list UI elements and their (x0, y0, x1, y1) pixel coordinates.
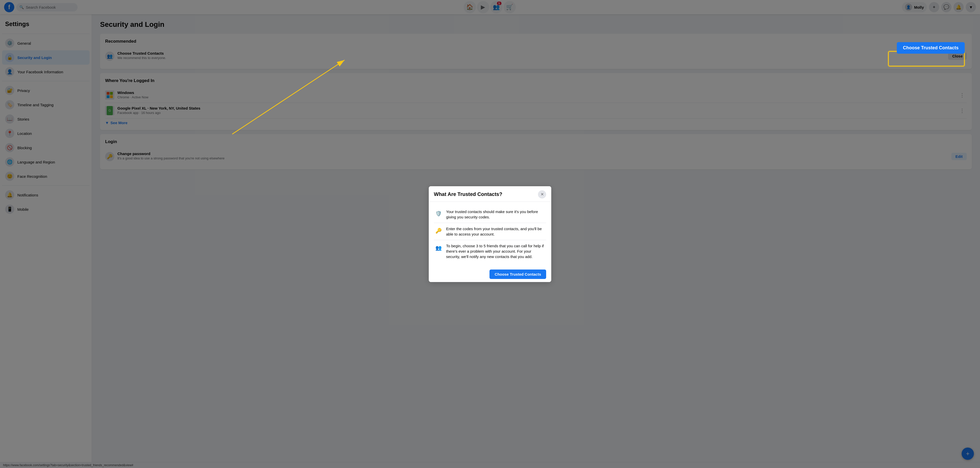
key-icon: 🔑 (434, 226, 443, 235)
choose-trusted-contacts-modal-button[interactable]: Choose Trusted Contacts (490, 270, 546, 279)
modal-item-2: 🔑 Enter the codes from your trusted cont… (434, 223, 546, 240)
modal-item-text-1: Your trusted contacts should make sure i… (446, 209, 546, 220)
modal-item-1: 🛡️ Your trusted contacts should make sur… (434, 206, 546, 223)
modal-item-3: 👥 To begin, choose 3 to 5 friends that y… (434, 240, 546, 262)
modal-item-text-3: To begin, choose 3 to 5 friends that you… (446, 243, 546, 259)
modal-body: 🛡️ Your trusted contacts should make sur… (429, 202, 551, 267)
friends-icon: 👥 (434, 243, 443, 252)
modal-footer: Choose Trusted Contacts (429, 267, 551, 282)
trusted-contacts-modal: What Are Trusted Contacts? ✕ 🛡️ Your tru… (429, 186, 551, 282)
modal-overlay[interactable]: What Are Trusted Contacts? ✕ 🛡️ Your tru… (0, 0, 980, 468)
shield-icon: 🛡️ (434, 209, 443, 218)
modal-close-button[interactable]: ✕ (538, 190, 546, 198)
modal-item-text-2: Enter the codes from your trusted contac… (446, 226, 546, 237)
modal-title: What Are Trusted Contacts? (434, 191, 502, 197)
modal-header: What Are Trusted Contacts? ✕ (429, 186, 551, 202)
